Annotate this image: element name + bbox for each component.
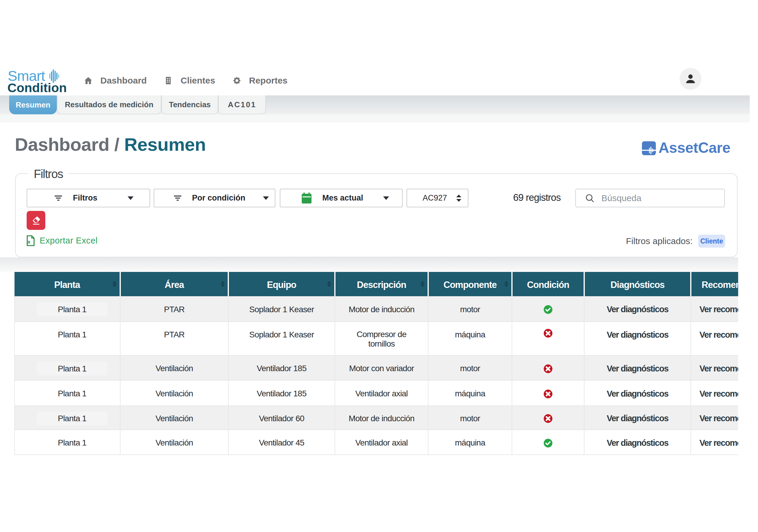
svg-text:x: x bbox=[27, 239, 30, 245]
